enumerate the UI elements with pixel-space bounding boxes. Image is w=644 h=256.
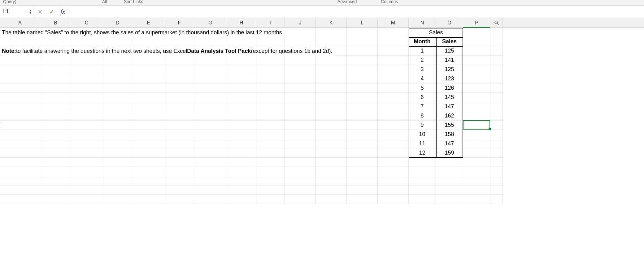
cell-J9[interactable] <box>285 102 316 111</box>
cell-O4[interactable]: 141 <box>436 56 463 65</box>
cell-P13[interactable] <box>463 139 490 148</box>
cell-A18[interactable] <box>0 186 40 195</box>
cell-D10[interactable] <box>102 111 133 121</box>
cell-A6[interactable] <box>0 74 40 83</box>
cell-P17[interactable] <box>463 176 490 186</box>
cell-G6[interactable] <box>195 74 226 83</box>
cell-Q11[interactable] <box>490 121 503 130</box>
cell-J5[interactable] <box>285 65 316 74</box>
cell-N19[interactable] <box>409 195 436 204</box>
cell-G18[interactable] <box>195 186 226 195</box>
cell-D16[interactable] <box>102 167 133 176</box>
cell-C7[interactable] <box>71 83 102 93</box>
cell-E12[interactable] <box>133 130 164 139</box>
cell-M4[interactable] <box>378 56 409 65</box>
cell-A10[interactable] <box>0 111 40 121</box>
cell-P2[interactable] <box>463 37 490 46</box>
cell-K15[interactable] <box>316 158 347 167</box>
cell-F6[interactable] <box>164 74 195 83</box>
cell-L15[interactable] <box>347 158 378 167</box>
cell-F18[interactable] <box>164 186 195 195</box>
cell-G7[interactable] <box>195 83 226 93</box>
cell-A17[interactable] <box>0 176 40 186</box>
column-header-H[interactable]: H <box>226 18 257 28</box>
cell-C12[interactable] <box>71 130 102 139</box>
cell-B15[interactable] <box>40 158 71 167</box>
cell-A12[interactable] <box>0 130 40 139</box>
cell-I15[interactable] <box>257 158 285 167</box>
cell-Q10[interactable] <box>490 111 503 121</box>
cell-Q17[interactable] <box>490 176 503 186</box>
cell-E6[interactable] <box>133 74 164 83</box>
cell-P10[interactable] <box>463 111 490 121</box>
cell-H7[interactable] <box>226 83 257 93</box>
cell-K16[interactable] <box>316 167 347 176</box>
cell-E9[interactable] <box>133 102 164 111</box>
cell-F2[interactable] <box>164 37 195 46</box>
cell-Q16[interactable] <box>490 167 503 176</box>
cell-M5[interactable] <box>378 65 409 74</box>
cell-C8[interactable] <box>71 93 102 102</box>
cell-C17[interactable] <box>71 176 102 186</box>
cell-D14[interactable] <box>102 148 133 158</box>
cell-K13[interactable] <box>316 139 347 148</box>
cell-L11[interactable] <box>347 121 378 130</box>
cell-Q14[interactable] <box>490 148 503 158</box>
cell-F4[interactable] <box>164 56 195 65</box>
cell-I17[interactable] <box>257 176 285 186</box>
cell-G19[interactable] <box>195 195 226 204</box>
cell-K9[interactable] <box>316 102 347 111</box>
cell-Q3[interactable] <box>490 46 503 56</box>
cell-N9[interactable]: 7 <box>409 102 436 111</box>
cell-O12[interactable]: 158 <box>436 130 463 139</box>
cell-A4[interactable] <box>0 56 40 65</box>
cell-I6[interactable] <box>257 74 285 83</box>
cell-F9[interactable] <box>164 102 195 111</box>
cell-J12[interactable] <box>285 130 316 139</box>
cell-N2[interactable]: Month <box>409 37 436 46</box>
cell-L13[interactable] <box>347 139 378 148</box>
column-header-F[interactable]: F <box>164 18 195 28</box>
cell-C14[interactable] <box>71 148 102 158</box>
cell-O9[interactable]: 147 <box>436 102 463 111</box>
cell-P8[interactable] <box>463 93 490 102</box>
cell-J2[interactable] <box>285 37 316 46</box>
cell-D15[interactable] <box>102 158 133 167</box>
cell-L4[interactable] <box>347 56 378 65</box>
cell-N10[interactable]: 8 <box>409 111 436 121</box>
cell-C15[interactable] <box>71 158 102 167</box>
cell-L14[interactable] <box>347 148 378 158</box>
cell-M19[interactable] <box>378 195 409 204</box>
cell-M9[interactable] <box>378 102 409 111</box>
cell-A16[interactable] <box>0 167 40 176</box>
cell-D19[interactable] <box>102 195 133 204</box>
cell-P19[interactable] <box>463 195 490 204</box>
cell-N4[interactable]: 2 <box>409 56 436 65</box>
cell-B13[interactable] <box>40 139 71 148</box>
column-header-K[interactable]: K <box>316 18 347 28</box>
cell-H5[interactable] <box>226 65 257 74</box>
cell-Q7[interactable] <box>490 83 503 93</box>
cell-Q9[interactable] <box>490 102 503 111</box>
cell-M8[interactable] <box>378 93 409 102</box>
accept-button[interactable]: ✓ <box>46 6 58 18</box>
cell-I12[interactable] <box>257 130 285 139</box>
cell-K8[interactable] <box>316 93 347 102</box>
cell-N7[interactable]: 5 <box>409 83 436 93</box>
cell-H2[interactable] <box>226 37 257 46</box>
column-header-C[interactable]: C <box>71 18 102 28</box>
cell-B9[interactable] <box>40 102 71 111</box>
cell-B4[interactable] <box>40 56 71 65</box>
column-header-O[interactable]: O <box>436 18 463 28</box>
cell-N8[interactable]: 6 <box>409 93 436 102</box>
cell-N14[interactable]: 12 <box>409 148 436 158</box>
cell-P14[interactable] <box>463 148 490 158</box>
cell-K12[interactable] <box>316 130 347 139</box>
cell-P5[interactable] <box>463 65 490 74</box>
cell-N17[interactable] <box>409 176 436 186</box>
cell-L16[interactable] <box>347 167 378 176</box>
cell-B18[interactable] <box>40 186 71 195</box>
cell-C6[interactable] <box>71 74 102 83</box>
column-header-J[interactable]: J <box>285 18 316 28</box>
cell-F10[interactable] <box>164 111 195 121</box>
